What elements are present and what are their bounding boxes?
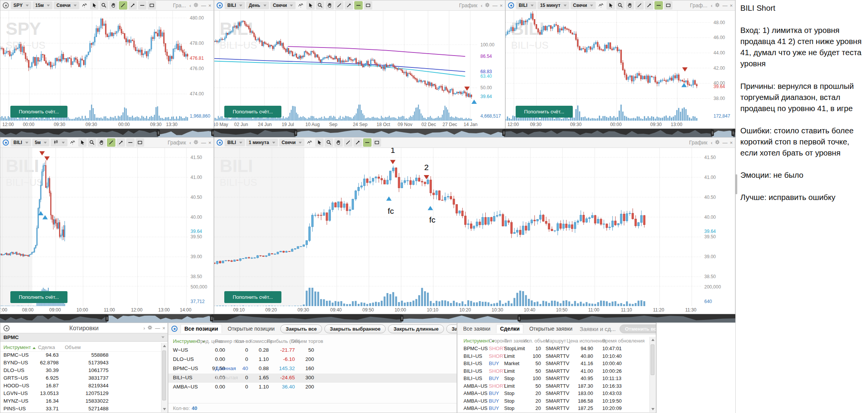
indicator-icon[interactable] <box>297 1 305 10</box>
scroll-thumb[interactable] <box>651 344 654 375</box>
timeframe-dropdown[interactable]: 5м <box>32 139 50 146</box>
navigator-handle-right[interactable] <box>732 129 735 136</box>
chart-navigator[interactable] <box>214 129 505 137</box>
pan-tool-button[interactable] <box>626 1 634 10</box>
chart-navigator[interactable] <box>0 129 214 137</box>
navigator-handle-left[interactable] <box>157 129 160 136</box>
notes-scroll-thumb[interactable] <box>735 174 737 194</box>
chart-type-dropdown[interactable]: Свечи <box>279 139 305 146</box>
link-indicator-icon[interactable] <box>217 2 223 8</box>
timeframe-dropdown[interactable]: 15м <box>33 2 53 9</box>
symbol-dropdown[interactable]: BILI <box>11 139 31 146</box>
symbol-dropdown[interactable]: BILI <box>225 2 245 9</box>
link-indicator-icon[interactable] <box>508 2 514 8</box>
rectangle-tool-button[interactable] <box>364 1 372 10</box>
minimize-icon[interactable]: — <box>201 140 206 146</box>
timeframe-dropdown[interactable]: День <box>246 2 269 9</box>
hline-tool-button[interactable] <box>354 1 363 10</box>
tab-inactive[interactable]: Открытые заявки <box>526 324 576 333</box>
minimize-icon[interactable]: — <box>722 140 727 146</box>
cursor-tool-button[interactable] <box>315 138 324 147</box>
column-header[interactable]: Исп. объем <box>523 338 549 344</box>
column-header[interactable]: Маршрут <box>546 338 566 344</box>
gear-icon[interactable] <box>193 2 199 9</box>
table-row[interactable]: BILI~USBUYMarket50SMARTTV41.1610:00:40 <box>457 360 650 368</box>
trendline-tool-button[interactable] <box>344 138 352 147</box>
table-row[interactable]: BPMC~US91.50Длинная400.88145.32160 <box>168 364 457 374</box>
rectangle-tool-button[interactable] <box>148 1 156 10</box>
chart-type-dropdown[interactable]: Свечи <box>270 2 296 9</box>
minimize-icon[interactable]: — <box>201 3 206 8</box>
column-header[interactable]: Инструмент <box>3 344 36 350</box>
hline-tool-button[interactable] <box>654 1 663 10</box>
rectangle-tool-button[interactable] <box>664 1 672 10</box>
column-header[interactable]: Цена исполнения <box>567 338 606 344</box>
tab-inactive[interactable]: Открытые позиции <box>224 324 278 333</box>
minimize-icon[interactable]: — <box>492 3 497 8</box>
quotes-scrollbar[interactable] <box>161 343 167 412</box>
chevron-left-icon[interactable]: ‹ <box>481 3 482 8</box>
trendline-tool-button[interactable] <box>119 1 127 10</box>
pan-tool-button[interactable] <box>97 138 106 147</box>
gear-icon[interactable] <box>193 139 199 146</box>
deposit-button[interactable]: Пополнить счёт... <box>10 106 67 118</box>
cursor-tool-button[interactable] <box>78 138 87 147</box>
chart-area[interactable]: BILIBILI~US100.0050.0086.5468.8363.4039.… <box>214 10 505 128</box>
navigator-handle-left[interactable] <box>400 315 403 321</box>
close-positions-button[interactable]: Закрыть короткие <box>446 324 457 333</box>
column-header[interactable]: Кол-во <box>235 338 251 344</box>
link-indicator-icon[interactable] <box>3 2 9 8</box>
symbol-dropdown[interactable]: BILI <box>516 2 536 9</box>
close-icon[interactable]: × <box>162 325 165 331</box>
link-indicator-icon[interactable] <box>171 326 178 332</box>
table-row[interactable]: W~US0.0000.28-21.7750 <box>168 346 457 355</box>
zoom-tool-button[interactable] <box>316 1 324 10</box>
close-icon[interactable]: × <box>208 3 211 8</box>
table-row[interactable]: BYND~US62.87985173943 <box>0 359 161 367</box>
navigator-handle-left[interactable] <box>294 129 297 136</box>
timeframe-dropdown[interactable]: 15 минут <box>538 2 569 9</box>
gear-icon[interactable] <box>715 139 720 146</box>
trendline-tool-button[interactable] <box>635 1 644 10</box>
cursor-tool-button[interactable] <box>306 1 315 10</box>
table-row[interactable]: PINS~US33.715271488 <box>0 405 161 413</box>
gear-icon[interactable] <box>485 2 490 9</box>
table-row[interactable]: AMBA~USBUYStop20SMARTTV183.0010:43:03 <box>457 390 650 398</box>
gear-icon[interactable] <box>715 2 720 9</box>
link-indicator-icon[interactable] <box>3 139 9 146</box>
table-row[interactable]: AMBA~US0.0001.1036.40200 <box>168 383 457 392</box>
close-positions-button[interactable]: Закрыть все <box>280 324 322 333</box>
zoom-tool-button[interactable] <box>325 138 333 147</box>
minimize-icon[interactable]: — <box>722 3 727 8</box>
chevron-left-icon[interactable]: ‹ <box>711 3 712 8</box>
table-row[interactable]: AMBA~USSHORTLimit50SMARTTV187.3010:16:33 <box>457 383 650 390</box>
close-icon[interactable]: × <box>500 3 503 8</box>
scroll-up-icon[interactable] <box>651 339 654 341</box>
table-row[interactable]: BILI~USSHORTLimit50SMARTTV41.0010:00:26 <box>457 368 650 375</box>
tab-active[interactable]: Все позиции <box>181 324 222 333</box>
tab-active[interactable]: Сделки <box>496 324 523 333</box>
scroll-thumb[interactable] <box>162 351 166 400</box>
navigator-handle-right[interactable] <box>210 315 213 321</box>
navigator-handle-right[interactable] <box>211 129 214 136</box>
table-row[interactable]: LGVN~US13.051312075129 <box>0 390 161 398</box>
hline-tool-button[interactable] <box>126 138 135 147</box>
table-row[interactable]: DLO~US0.0001.10-6.10200 <box>168 355 457 364</box>
gear-icon[interactable] <box>147 325 153 331</box>
deposit-button[interactable]: Пополнить счёт... <box>516 106 573 118</box>
cancel-orders-button[interactable]: Отменить все <box>620 324 656 333</box>
indicator-icon[interactable] <box>69 138 77 147</box>
table-row[interactable]: GRTS~US6.9253831737 <box>0 375 161 382</box>
chevron-left-icon[interactable]: ‹ <box>189 3 191 8</box>
table-row[interactable]: BILI~US0.00Закрытая01.65-24.65300 <box>168 374 457 383</box>
close-icon[interactable]: × <box>730 3 733 8</box>
indicator-icon[interactable] <box>81 1 89 10</box>
hline-tool-button[interactable] <box>138 1 146 10</box>
indicator-icon[interactable] <box>597 1 605 10</box>
chart-area[interactable]: SPYSPY~US480.00478.00476.00474.00476.811… <box>0 10 214 128</box>
table-row[interactable]: BPMC~US94.63558868 <box>0 352 161 359</box>
chart-area[interactable]: BILIBILI~US1fc2fc41.5041.0040.5040.0039.… <box>214 148 735 314</box>
timeframe-dropdown[interactable]: 1 минута <box>246 139 278 146</box>
scroll-up-icon[interactable] <box>163 345 166 347</box>
close-positions-button[interactable]: Закрыть выбранное <box>324 324 386 333</box>
